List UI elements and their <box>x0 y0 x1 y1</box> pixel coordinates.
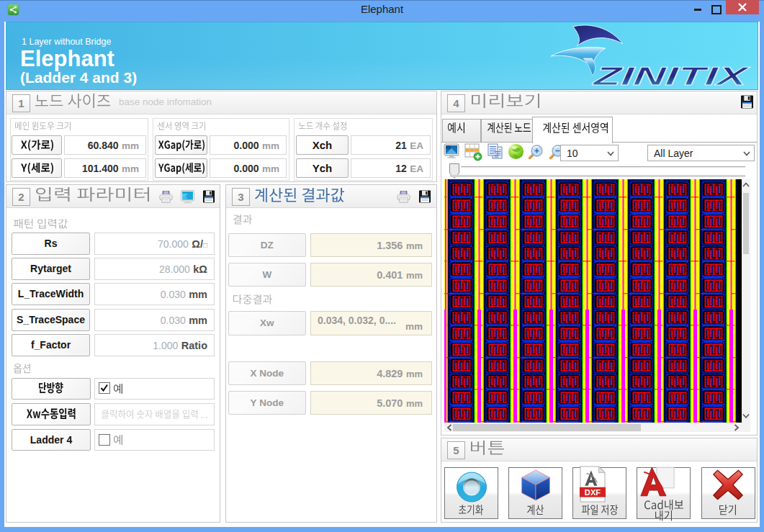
svg-text:ZINITIX: ZINITIX <box>591 61 750 89</box>
svg-text:DXF: DXF <box>585 488 601 497</box>
